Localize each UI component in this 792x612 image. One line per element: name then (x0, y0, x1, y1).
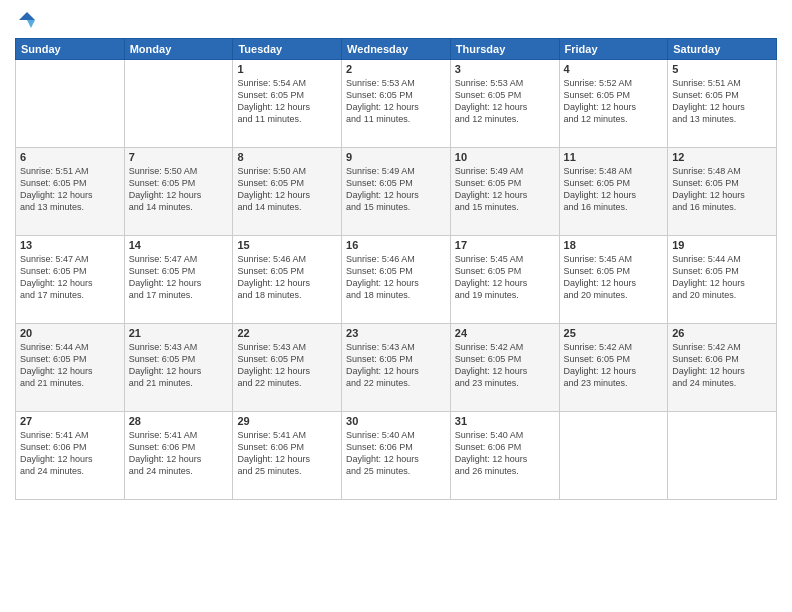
day-cell: 28Sunrise: 5:41 AM Sunset: 6:06 PM Dayli… (124, 412, 233, 500)
day-cell: 3Sunrise: 5:53 AM Sunset: 6:05 PM Daylig… (450, 60, 559, 148)
day-info: Sunrise: 5:51 AM Sunset: 6:05 PM Dayligh… (20, 165, 120, 214)
day-info: Sunrise: 5:50 AM Sunset: 6:05 PM Dayligh… (237, 165, 337, 214)
day-info: Sunrise: 5:43 AM Sunset: 6:05 PM Dayligh… (346, 341, 446, 390)
day-number: 15 (237, 239, 337, 251)
day-cell (124, 60, 233, 148)
day-cell: 30Sunrise: 5:40 AM Sunset: 6:06 PM Dayli… (342, 412, 451, 500)
day-info: Sunrise: 5:46 AM Sunset: 6:05 PM Dayligh… (237, 253, 337, 302)
day-number: 5 (672, 63, 772, 75)
weekday-header-friday: Friday (559, 39, 668, 60)
day-info: Sunrise: 5:50 AM Sunset: 6:05 PM Dayligh… (129, 165, 229, 214)
day-number: 19 (672, 239, 772, 251)
day-cell: 7Sunrise: 5:50 AM Sunset: 6:05 PM Daylig… (124, 148, 233, 236)
day-info: Sunrise: 5:53 AM Sunset: 6:05 PM Dayligh… (455, 77, 555, 126)
day-number: 1 (237, 63, 337, 75)
week-row-3: 13Sunrise: 5:47 AM Sunset: 6:05 PM Dayli… (16, 236, 777, 324)
day-cell: 10Sunrise: 5:49 AM Sunset: 6:05 PM Dayli… (450, 148, 559, 236)
day-number: 4 (564, 63, 664, 75)
day-cell: 25Sunrise: 5:42 AM Sunset: 6:05 PM Dayli… (559, 324, 668, 412)
day-number: 20 (20, 327, 120, 339)
day-number: 26 (672, 327, 772, 339)
day-info: Sunrise: 5:42 AM Sunset: 6:05 PM Dayligh… (455, 341, 555, 390)
day-cell: 4Sunrise: 5:52 AM Sunset: 6:05 PM Daylig… (559, 60, 668, 148)
day-number: 25 (564, 327, 664, 339)
weekday-header-sunday: Sunday (16, 39, 125, 60)
weekday-header-thursday: Thursday (450, 39, 559, 60)
day-number: 30 (346, 415, 446, 427)
day-number: 9 (346, 151, 446, 163)
day-number: 27 (20, 415, 120, 427)
day-info: Sunrise: 5:45 AM Sunset: 6:05 PM Dayligh… (455, 253, 555, 302)
day-cell: 29Sunrise: 5:41 AM Sunset: 6:06 PM Dayli… (233, 412, 342, 500)
day-info: Sunrise: 5:44 AM Sunset: 6:05 PM Dayligh… (20, 341, 120, 390)
logo (15, 10, 37, 30)
day-cell: 17Sunrise: 5:45 AM Sunset: 6:05 PM Dayli… (450, 236, 559, 324)
day-cell: 14Sunrise: 5:47 AM Sunset: 6:05 PM Dayli… (124, 236, 233, 324)
day-info: Sunrise: 5:51 AM Sunset: 6:05 PM Dayligh… (672, 77, 772, 126)
svg-marker-1 (27, 20, 35, 28)
day-number: 11 (564, 151, 664, 163)
day-cell: 31Sunrise: 5:40 AM Sunset: 6:06 PM Dayli… (450, 412, 559, 500)
svg-marker-0 (19, 12, 35, 20)
day-number: 24 (455, 327, 555, 339)
day-info: Sunrise: 5:43 AM Sunset: 6:05 PM Dayligh… (129, 341, 229, 390)
day-info: Sunrise: 5:41 AM Sunset: 6:06 PM Dayligh… (129, 429, 229, 478)
day-info: Sunrise: 5:48 AM Sunset: 6:05 PM Dayligh… (672, 165, 772, 214)
day-info: Sunrise: 5:48 AM Sunset: 6:05 PM Dayligh… (564, 165, 664, 214)
header (15, 10, 777, 30)
day-cell (668, 412, 777, 500)
day-number: 17 (455, 239, 555, 251)
day-info: Sunrise: 5:42 AM Sunset: 6:06 PM Dayligh… (672, 341, 772, 390)
day-info: Sunrise: 5:49 AM Sunset: 6:05 PM Dayligh… (455, 165, 555, 214)
day-number: 10 (455, 151, 555, 163)
day-number: 21 (129, 327, 229, 339)
day-info: Sunrise: 5:47 AM Sunset: 6:05 PM Dayligh… (20, 253, 120, 302)
day-info: Sunrise: 5:44 AM Sunset: 6:05 PM Dayligh… (672, 253, 772, 302)
day-number: 2 (346, 63, 446, 75)
day-cell: 18Sunrise: 5:45 AM Sunset: 6:05 PM Dayli… (559, 236, 668, 324)
day-cell (16, 60, 125, 148)
day-number: 14 (129, 239, 229, 251)
day-number: 28 (129, 415, 229, 427)
day-cell: 26Sunrise: 5:42 AM Sunset: 6:06 PM Dayli… (668, 324, 777, 412)
day-cell: 8Sunrise: 5:50 AM Sunset: 6:05 PM Daylig… (233, 148, 342, 236)
day-number: 29 (237, 415, 337, 427)
day-cell: 23Sunrise: 5:43 AM Sunset: 6:05 PM Dayli… (342, 324, 451, 412)
day-info: Sunrise: 5:49 AM Sunset: 6:05 PM Dayligh… (346, 165, 446, 214)
day-cell: 21Sunrise: 5:43 AM Sunset: 6:05 PM Dayli… (124, 324, 233, 412)
weekday-header-monday: Monday (124, 39, 233, 60)
weekday-header-row: SundayMondayTuesdayWednesdayThursdayFrid… (16, 39, 777, 60)
week-row-1: 1Sunrise: 5:54 AM Sunset: 6:05 PM Daylig… (16, 60, 777, 148)
day-cell: 15Sunrise: 5:46 AM Sunset: 6:05 PM Dayli… (233, 236, 342, 324)
day-info: Sunrise: 5:45 AM Sunset: 6:05 PM Dayligh… (564, 253, 664, 302)
day-number: 13 (20, 239, 120, 251)
day-info: Sunrise: 5:40 AM Sunset: 6:06 PM Dayligh… (346, 429, 446, 478)
week-row-2: 6Sunrise: 5:51 AM Sunset: 6:05 PM Daylig… (16, 148, 777, 236)
day-cell: 20Sunrise: 5:44 AM Sunset: 6:05 PM Dayli… (16, 324, 125, 412)
day-cell: 11Sunrise: 5:48 AM Sunset: 6:05 PM Dayli… (559, 148, 668, 236)
day-cell: 13Sunrise: 5:47 AM Sunset: 6:05 PM Dayli… (16, 236, 125, 324)
day-cell: 1Sunrise: 5:54 AM Sunset: 6:05 PM Daylig… (233, 60, 342, 148)
day-number: 12 (672, 151, 772, 163)
day-cell: 19Sunrise: 5:44 AM Sunset: 6:05 PM Dayli… (668, 236, 777, 324)
day-info: Sunrise: 5:40 AM Sunset: 6:06 PM Dayligh… (455, 429, 555, 478)
day-number: 18 (564, 239, 664, 251)
logo-text (15, 10, 37, 30)
day-cell (559, 412, 668, 500)
week-row-5: 27Sunrise: 5:41 AM Sunset: 6:06 PM Dayli… (16, 412, 777, 500)
day-info: Sunrise: 5:41 AM Sunset: 6:06 PM Dayligh… (237, 429, 337, 478)
day-info: Sunrise: 5:42 AM Sunset: 6:05 PM Dayligh… (564, 341, 664, 390)
day-cell: 5Sunrise: 5:51 AM Sunset: 6:05 PM Daylig… (668, 60, 777, 148)
weekday-header-tuesday: Tuesday (233, 39, 342, 60)
day-number: 31 (455, 415, 555, 427)
day-cell: 22Sunrise: 5:43 AM Sunset: 6:05 PM Dayli… (233, 324, 342, 412)
day-info: Sunrise: 5:43 AM Sunset: 6:05 PM Dayligh… (237, 341, 337, 390)
day-cell: 6Sunrise: 5:51 AM Sunset: 6:05 PM Daylig… (16, 148, 125, 236)
calendar-table: SundayMondayTuesdayWednesdayThursdayFrid… (15, 38, 777, 500)
logo-icon (17, 10, 37, 30)
day-info: Sunrise: 5:47 AM Sunset: 6:05 PM Dayligh… (129, 253, 229, 302)
day-info: Sunrise: 5:53 AM Sunset: 6:05 PM Dayligh… (346, 77, 446, 126)
day-cell: 2Sunrise: 5:53 AM Sunset: 6:05 PM Daylig… (342, 60, 451, 148)
day-cell: 24Sunrise: 5:42 AM Sunset: 6:05 PM Dayli… (450, 324, 559, 412)
page: SundayMondayTuesdayWednesdayThursdayFrid… (0, 0, 792, 612)
